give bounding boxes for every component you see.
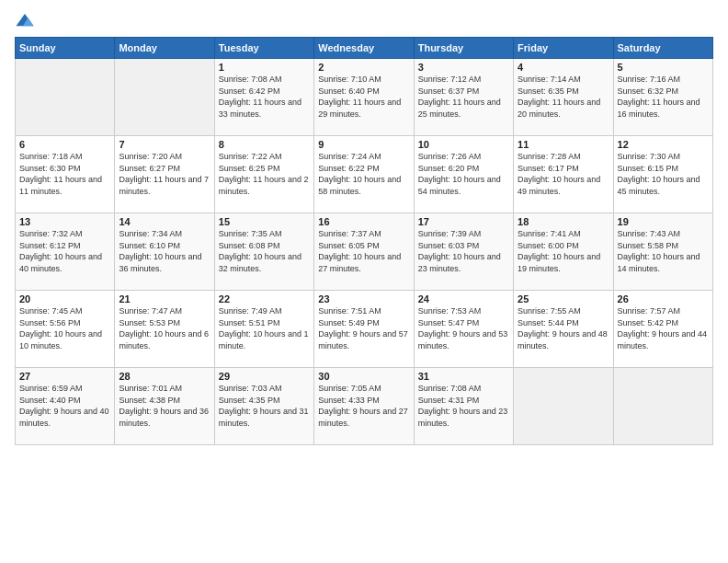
- cal-cell: 24Sunrise: 7:53 AMSunset: 5:47 PMDayligh…: [414, 291, 513, 368]
- cal-cell: 27Sunrise: 6:59 AMSunset: 4:40 PMDayligh…: [16, 368, 115, 445]
- cal-cell: 21Sunrise: 7:47 AMSunset: 5:53 PMDayligh…: [115, 291, 214, 368]
- cal-cell: [115, 59, 214, 136]
- cal-cell: 3Sunrise: 7:12 AMSunset: 6:37 PMDaylight…: [414, 59, 513, 136]
- week-row-2: 6Sunrise: 7:18 AMSunset: 6:30 PMDaylight…: [16, 136, 713, 213]
- cell-details: Sunrise: 7:32 AMSunset: 6:12 PMDaylight:…: [19, 228, 110, 274]
- cal-cell: 29Sunrise: 7:03 AMSunset: 4:35 PMDayligh…: [214, 368, 313, 445]
- cal-cell: [514, 368, 613, 445]
- cal-cell: 25Sunrise: 7:55 AMSunset: 5:44 PMDayligh…: [514, 291, 613, 368]
- cal-cell: 6Sunrise: 7:18 AMSunset: 6:30 PMDaylight…: [16, 136, 115, 213]
- day-number: 1: [219, 62, 310, 73]
- day-number: 23: [318, 293, 409, 304]
- cal-cell: 13Sunrise: 7:32 AMSunset: 6:12 PMDayligh…: [16, 213, 115, 291]
- day-number: 21: [119, 293, 210, 304]
- day-number: 8: [219, 139, 310, 150]
- day-number: 15: [219, 216, 310, 227]
- cal-cell: 28Sunrise: 7:01 AMSunset: 4:38 PMDayligh…: [115, 368, 214, 445]
- col-header-thursday: Thursday: [414, 38, 513, 59]
- cell-details: Sunrise: 7:26 AMSunset: 6:20 PMDaylight:…: [418, 151, 509, 197]
- cal-cell: 10Sunrise: 7:26 AMSunset: 6:20 PMDayligh…: [414, 136, 513, 213]
- cell-details: Sunrise: 7:01 AMSunset: 4:38 PMDaylight:…: [119, 383, 210, 429]
- cell-details: Sunrise: 7:37 AMSunset: 6:05 PMDaylight:…: [318, 228, 409, 274]
- day-number: 24: [418, 293, 509, 304]
- cell-details: Sunrise: 7:24 AMSunset: 6:22 PMDaylight:…: [318, 151, 409, 197]
- col-header-sunday: Sunday: [16, 38, 115, 59]
- cal-cell: 4Sunrise: 7:14 AMSunset: 6:35 PMDaylight…: [514, 59, 613, 136]
- cell-details: Sunrise: 7:43 AMSunset: 5:58 PMDaylight:…: [618, 228, 709, 274]
- day-number: 29: [219, 371, 310, 382]
- cal-cell: 30Sunrise: 7:05 AMSunset: 4:33 PMDayligh…: [314, 368, 414, 445]
- cell-details: Sunrise: 7:35 AMSunset: 6:08 PMDaylight:…: [219, 228, 310, 274]
- day-number: 27: [19, 371, 110, 382]
- cell-details: Sunrise: 7:51 AMSunset: 5:49 PMDaylight:…: [318, 305, 409, 351]
- day-number: 3: [418, 62, 509, 73]
- week-row-4: 20Sunrise: 7:45 AMSunset: 5:56 PMDayligh…: [16, 291, 713, 368]
- cell-details: Sunrise: 7:30 AMSunset: 6:15 PMDaylight:…: [618, 151, 709, 197]
- day-number: 7: [119, 139, 210, 150]
- day-number: 17: [418, 216, 509, 227]
- calendar-table: SundayMondayTuesdayWednesdayThursdayFrid…: [15, 37, 713, 445]
- cal-cell: 23Sunrise: 7:51 AMSunset: 5:49 PMDayligh…: [314, 291, 414, 368]
- day-number: 11: [518, 139, 609, 150]
- day-number: 25: [518, 293, 609, 304]
- cal-cell: [16, 59, 115, 136]
- cal-cell: 20Sunrise: 7:45 AMSunset: 5:56 PMDayligh…: [16, 291, 115, 368]
- cell-details: Sunrise: 7:08 AMSunset: 4:31 PMDaylight:…: [418, 383, 509, 429]
- logo: [15, 11, 39, 31]
- col-header-friday: Friday: [514, 38, 613, 59]
- day-number: 6: [19, 139, 110, 150]
- cell-details: Sunrise: 7:41 AMSunset: 6:00 PMDaylight:…: [518, 228, 609, 274]
- week-row-3: 13Sunrise: 7:32 AMSunset: 6:12 PMDayligh…: [16, 213, 713, 291]
- cal-cell: 14Sunrise: 7:34 AMSunset: 6:10 PMDayligh…: [115, 213, 214, 291]
- day-number: 30: [318, 371, 409, 382]
- day-number: 22: [219, 293, 310, 304]
- day-number: 10: [418, 139, 509, 150]
- col-header-monday: Monday: [115, 38, 214, 59]
- cell-details: Sunrise: 7:55 AMSunset: 5:44 PMDaylight:…: [518, 305, 609, 351]
- cell-details: Sunrise: 7:12 AMSunset: 6:37 PMDaylight:…: [418, 74, 509, 120]
- cell-details: Sunrise: 7:47 AMSunset: 5:53 PMDaylight:…: [119, 305, 210, 351]
- cell-details: Sunrise: 7:18 AMSunset: 6:30 PMDaylight:…: [19, 151, 110, 197]
- cal-cell: 5Sunrise: 7:16 AMSunset: 6:32 PMDaylight…: [613, 59, 712, 136]
- cal-cell: 7Sunrise: 7:20 AMSunset: 6:27 PMDaylight…: [115, 136, 214, 213]
- cal-cell: 12Sunrise: 7:30 AMSunset: 6:15 PMDayligh…: [613, 136, 712, 213]
- cal-cell: 19Sunrise: 7:43 AMSunset: 5:58 PMDayligh…: [613, 213, 712, 291]
- cell-details: Sunrise: 7:57 AMSunset: 5:42 PMDaylight:…: [618, 305, 709, 351]
- cell-details: Sunrise: 7:22 AMSunset: 6:25 PMDaylight:…: [219, 151, 310, 197]
- cal-cell: 15Sunrise: 7:35 AMSunset: 6:08 PMDayligh…: [214, 213, 313, 291]
- cell-details: Sunrise: 7:03 AMSunset: 4:35 PMDaylight:…: [219, 383, 310, 429]
- day-number: 28: [119, 371, 210, 382]
- cal-cell: 2Sunrise: 7:10 AMSunset: 6:40 PMDaylight…: [314, 59, 414, 136]
- day-number: 9: [318, 139, 409, 150]
- cal-cell: 17Sunrise: 7:39 AMSunset: 6:03 PMDayligh…: [414, 213, 513, 291]
- cal-cell: 26Sunrise: 7:57 AMSunset: 5:42 PMDayligh…: [613, 291, 712, 368]
- cal-cell: 18Sunrise: 7:41 AMSunset: 6:00 PMDayligh…: [514, 213, 613, 291]
- header-row: SundayMondayTuesdayWednesdayThursdayFrid…: [16, 38, 713, 59]
- cal-cell: [613, 368, 712, 445]
- cell-details: Sunrise: 7:34 AMSunset: 6:10 PMDaylight:…: [119, 228, 210, 274]
- cell-details: Sunrise: 7:28 AMSunset: 6:17 PMDaylight:…: [518, 151, 609, 197]
- day-number: 13: [19, 216, 110, 227]
- day-number: 14: [119, 216, 210, 227]
- cal-cell: 9Sunrise: 7:24 AMSunset: 6:22 PMDaylight…: [314, 136, 414, 213]
- col-header-wednesday: Wednesday: [314, 38, 414, 59]
- cal-cell: 11Sunrise: 7:28 AMSunset: 6:17 PMDayligh…: [514, 136, 613, 213]
- col-header-tuesday: Tuesday: [214, 38, 313, 59]
- cal-cell: 31Sunrise: 7:08 AMSunset: 4:31 PMDayligh…: [414, 368, 513, 445]
- day-number: 19: [618, 216, 709, 227]
- cell-details: Sunrise: 7:16 AMSunset: 6:32 PMDaylight:…: [618, 74, 709, 120]
- cell-details: Sunrise: 7:49 AMSunset: 5:51 PMDaylight:…: [219, 305, 310, 351]
- cal-cell: 16Sunrise: 7:37 AMSunset: 6:05 PMDayligh…: [314, 213, 414, 291]
- cell-details: Sunrise: 6:59 AMSunset: 4:40 PMDaylight:…: [19, 383, 110, 429]
- week-row-1: 1Sunrise: 7:08 AMSunset: 6:42 PMDaylight…: [16, 59, 713, 136]
- cell-details: Sunrise: 7:14 AMSunset: 6:35 PMDaylight:…: [518, 74, 609, 120]
- cell-details: Sunrise: 7:39 AMSunset: 6:03 PMDaylight:…: [418, 228, 509, 274]
- day-number: 5: [618, 62, 709, 73]
- day-number: 26: [618, 293, 709, 304]
- day-number: 31: [418, 371, 509, 382]
- cal-cell: 8Sunrise: 7:22 AMSunset: 6:25 PMDaylight…: [214, 136, 313, 213]
- day-number: 20: [19, 293, 110, 304]
- logo-icon: [15, 11, 35, 31]
- day-number: 18: [518, 216, 609, 227]
- page-header: [15, 11, 713, 31]
